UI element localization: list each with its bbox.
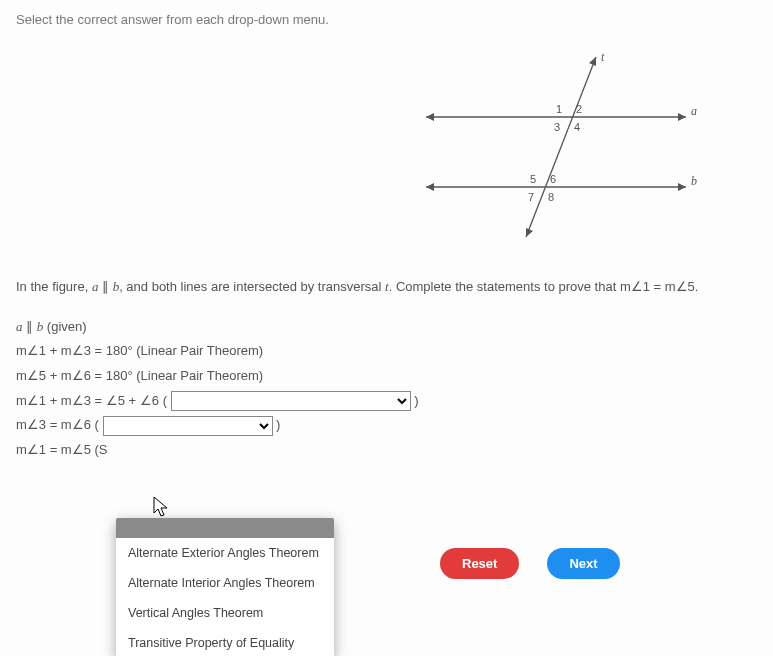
angle-4: 4 xyxy=(574,121,580,133)
label-t: t xyxy=(601,50,605,64)
cursor-icon xyxy=(152,495,172,519)
svg-marker-5 xyxy=(426,183,434,191)
proof-line-3: m∠5 + m∠6 = 180° (Linear Pair Theorem) xyxy=(16,364,757,389)
label-b: b xyxy=(691,174,697,188)
geometry-figure: t a b 1 2 3 4 5 6 7 8 xyxy=(396,47,716,247)
dropdown-option[interactable]: Vertical Angles Theorem xyxy=(116,598,334,628)
proof-line-1: a ∥ b (given) xyxy=(16,315,757,340)
proof-steps: a ∥ b (given) m∠1 + m∠3 = 180° (Linear P… xyxy=(16,315,757,463)
angle-8: 8 xyxy=(548,191,554,203)
dropdown-header-bar xyxy=(116,518,334,538)
button-row: Reset Next xyxy=(440,548,620,579)
angle-3: 3 xyxy=(554,121,560,133)
next-button[interactable]: Next xyxy=(547,548,619,579)
dropdown-option[interactable]: Alternate Exterior Angles Theorem xyxy=(116,538,334,568)
instruction-text: Select the correct answer from each drop… xyxy=(16,12,757,27)
label-a: a xyxy=(691,104,697,118)
angle-2: 2 xyxy=(576,103,582,115)
svg-marker-1 xyxy=(678,113,686,121)
proof-line-6: m∠1 = m∠5 (S xyxy=(16,438,757,463)
dropdown-option[interactable]: Alternate Interior Angles Theorem xyxy=(116,568,334,598)
proof-line-2: m∠1 + m∠3 = 180° (Linear Pair Theorem) xyxy=(16,339,757,364)
dropdown-option[interactable]: Transitive Property of Equality xyxy=(116,628,334,656)
proof-line-5: m∠3 = m∠6 ( ) xyxy=(16,413,757,438)
angle-5: 5 xyxy=(530,173,536,185)
svg-marker-4 xyxy=(678,183,686,191)
proof-line-4: m∠1 + m∠3 = ∠5 + ∠6 ( ) xyxy=(16,389,757,414)
reason-dropdown-2[interactable] xyxy=(103,416,273,436)
reset-button[interactable]: Reset xyxy=(440,548,519,579)
angle-7: 7 xyxy=(528,191,534,203)
dropdown-popup: Alternate Exterior Angles Theorem Altern… xyxy=(116,518,334,656)
svg-marker-2 xyxy=(426,113,434,121)
angle-1: 1 xyxy=(556,103,562,115)
svg-line-6 xyxy=(526,57,596,237)
problem-prompt: In the figure, a ∥ b, and both lines are… xyxy=(16,277,757,297)
reason-dropdown-1[interactable] xyxy=(171,391,411,411)
angle-6: 6 xyxy=(550,173,556,185)
